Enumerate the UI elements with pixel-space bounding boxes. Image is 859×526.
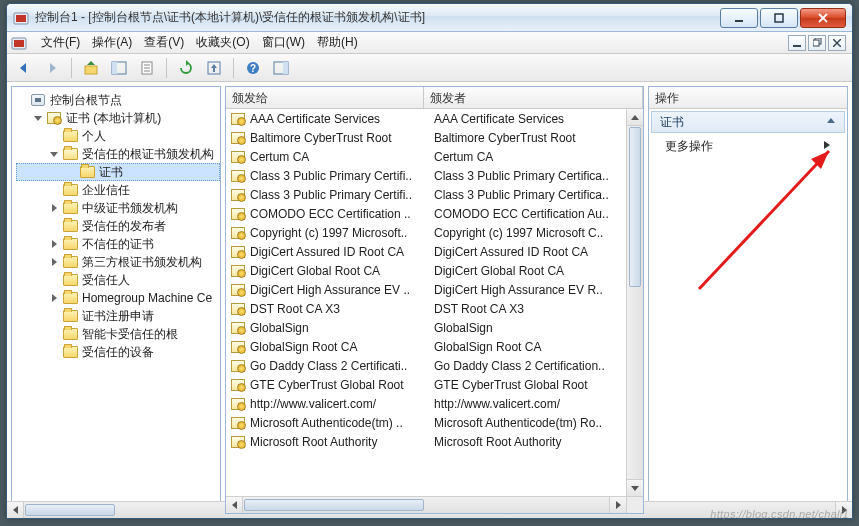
cert-icon bbox=[230, 283, 246, 297]
tree-node-6[interactable]: 第三方根证书颁发机构 bbox=[16, 253, 220, 271]
twisty-icon[interactable] bbox=[48, 202, 60, 214]
tree-node-4[interactable]: 受信任的发布者 bbox=[16, 217, 220, 235]
tree-h-scrollbar[interactable] bbox=[11, 501, 221, 514]
help-button[interactable]: ? bbox=[242, 57, 264, 79]
cell-issued-to: GTE CyberTrust Global Root bbox=[250, 378, 428, 392]
scroll-left-button[interactable] bbox=[11, 502, 24, 514]
window-title: 控制台1 - [控制台根节点\证书(本地计算机)\受信任的根证书颁发机构\证书] bbox=[35, 9, 718, 26]
table-row[interactable]: DigiCert Global Root CADigiCert Global R… bbox=[226, 261, 643, 280]
cell-issued-to: GlobalSign bbox=[250, 321, 428, 335]
up-level-button[interactable] bbox=[80, 57, 102, 79]
tree-node-0[interactable]: 个人 bbox=[16, 127, 220, 145]
tree-node-3[interactable]: 中级证书颁发机构 bbox=[16, 199, 220, 217]
minimize-button[interactable] bbox=[720, 8, 758, 28]
table-row[interactable]: AAA Certificate ServicesAAA Certificate … bbox=[226, 109, 643, 128]
table-row[interactable]: DST Root CA X3DST Root CA X3 bbox=[226, 299, 643, 318]
table-row[interactable]: Go Daddy Class 2 Certificati..Go Daddy C… bbox=[226, 356, 643, 375]
show-hide-action-button[interactable] bbox=[270, 57, 292, 79]
window-buttons bbox=[718, 8, 846, 28]
forward-button[interactable] bbox=[41, 57, 63, 79]
twisty-icon[interactable] bbox=[48, 292, 60, 304]
scroll-thumb[interactable] bbox=[25, 504, 115, 514]
table-row[interactable]: GTE CyberTrust Global RootGTE CyberTrust… bbox=[226, 375, 643, 394]
svg-rect-1 bbox=[16, 15, 26, 22]
node-label: 智能卡受信任的根 bbox=[82, 326, 178, 343]
close-button[interactable] bbox=[800, 8, 846, 28]
tree-node-7[interactable]: 受信任人 bbox=[16, 271, 220, 289]
scroll-up-button[interactable] bbox=[627, 109, 643, 126]
mdi-close-button[interactable] bbox=[828, 35, 846, 51]
cell-issued-to: DigiCert Global Root CA bbox=[250, 264, 428, 278]
titlebar[interactable]: 控制台1 - [控制台根节点\证书(本地计算机)\受信任的根证书颁发机构\证书] bbox=[7, 4, 852, 32]
twisty-icon[interactable] bbox=[48, 148, 60, 160]
list-v-scrollbar[interactable] bbox=[626, 109, 643, 496]
table-row[interactable]: http://www.valicert.com/http://www.valic… bbox=[226, 394, 643, 413]
svg-marker-16 bbox=[87, 61, 95, 65]
tree-node-11[interactable]: 受信任的设备 bbox=[16, 343, 220, 361]
table-row[interactable]: GlobalSign Root CAGlobalSign Root CA bbox=[226, 337, 643, 356]
tree-node-1-child[interactable]: 证书 bbox=[16, 163, 220, 181]
menu-favorites[interactable]: 收藏夹(O) bbox=[190, 32, 255, 53]
menu-window[interactable]: 窗口(W) bbox=[256, 32, 311, 53]
watermark: https://blog.csdn.net/chali1 bbox=[710, 508, 849, 520]
maximize-button[interactable] bbox=[760, 8, 798, 28]
table-row[interactable]: Microsoft Root AuthorityMicrosoft Root A… bbox=[226, 432, 643, 451]
column-issued-to[interactable]: 颁发给 bbox=[226, 87, 424, 108]
mdi-restore-button[interactable] bbox=[808, 35, 826, 51]
table-row[interactable]: Baltimore CyberTrust RootBaltimore Cyber… bbox=[226, 128, 643, 147]
show-hide-tree-button[interactable] bbox=[108, 57, 130, 79]
node-label: 受信任的根证书颁发机构 bbox=[82, 146, 214, 163]
tree-cert-root[interactable]: 证书 (本地计算机) bbox=[16, 109, 220, 127]
scroll-left-button[interactable] bbox=[226, 497, 243, 513]
table-row[interactable]: Class 3 Public Primary Certifi..Class 3 … bbox=[226, 185, 643, 204]
actions-body: 证书 更多操作 bbox=[649, 109, 847, 513]
cert-icon bbox=[230, 397, 246, 411]
scroll-right-button[interactable] bbox=[609, 497, 626, 513]
table-row[interactable]: DigiCert High Assurance EV ..DigiCert Hi… bbox=[226, 280, 643, 299]
twisty-icon[interactable] bbox=[32, 112, 44, 124]
console-tree[interactable]: 控制台根节点证书 (本地计算机)个人受信任的根证书颁发机构证书企业信任中级证书颁… bbox=[12, 87, 220, 513]
menu-view[interactable]: 查看(V) bbox=[138, 32, 190, 53]
table-row[interactable]: DigiCert Assured ID Root CADigiCert Assu… bbox=[226, 242, 643, 261]
table-row[interactable]: COMODO ECC Certification ..COMODO ECC Ce… bbox=[226, 204, 643, 223]
scroll-down-button[interactable] bbox=[627, 479, 643, 496]
tree-node-5[interactable]: 不信任的证书 bbox=[16, 235, 220, 253]
cert-icon bbox=[230, 226, 246, 240]
cell-issued-by: DigiCert Global Root CA bbox=[428, 264, 643, 278]
tree-node-8[interactable]: Homegroup Machine Ce bbox=[16, 289, 220, 307]
list-pane: 颁发给 颁发者 AAA Certificate ServicesAAA Cert… bbox=[225, 86, 644, 514]
twisty-icon[interactable] bbox=[48, 238, 60, 250]
svg-rect-7 bbox=[14, 40, 24, 47]
properties-button[interactable] bbox=[136, 57, 158, 79]
mdi-minimize-button[interactable] bbox=[788, 35, 806, 51]
scroll-thumb[interactable] bbox=[244, 499, 424, 511]
list-h-scrollbar[interactable] bbox=[226, 496, 626, 513]
column-issued-by[interactable]: 颁发者 bbox=[424, 87, 643, 108]
menu-action[interactable]: 操作(A) bbox=[86, 32, 138, 53]
list-rows[interactable]: AAA Certificate ServicesAAA Certificate … bbox=[226, 109, 643, 513]
table-row[interactable]: GlobalSignGlobalSign bbox=[226, 318, 643, 337]
tree-node-1[interactable]: 受信任的根证书颁发机构 bbox=[16, 145, 220, 163]
action-more[interactable]: 更多操作 bbox=[651, 135, 845, 157]
svg-rect-2 bbox=[735, 20, 743, 22]
table-row[interactable]: Class 3 Public Primary Certifi..Class 3 … bbox=[226, 166, 643, 185]
node-icon bbox=[62, 129, 78, 143]
back-button[interactable] bbox=[13, 57, 35, 79]
menu-help[interactable]: 帮助(H) bbox=[311, 32, 364, 53]
table-row[interactable]: Microsoft Authenticode(tm) ..Microsoft A… bbox=[226, 413, 643, 432]
table-row[interactable]: Certum CACertum CA bbox=[226, 147, 643, 166]
action-section-cert[interactable]: 证书 bbox=[651, 111, 845, 133]
table-row[interactable]: Copyright (c) 1997 Microsoft..Copyright … bbox=[226, 223, 643, 242]
scroll-thumb[interactable] bbox=[629, 127, 641, 287]
export-button[interactable] bbox=[203, 57, 225, 79]
twisty-icon[interactable] bbox=[48, 256, 60, 268]
cell-issued-by: Baltimore CyberTrust Root bbox=[428, 131, 643, 145]
svg-marker-23 bbox=[186, 60, 189, 66]
tree-root[interactable]: 控制台根节点 bbox=[16, 91, 220, 109]
tree-node-9[interactable]: 证书注册申请 bbox=[16, 307, 220, 325]
tree-node-10[interactable]: 智能卡受信任的根 bbox=[16, 325, 220, 343]
tree-node-2[interactable]: 企业信任 bbox=[16, 181, 220, 199]
node-icon bbox=[62, 237, 78, 251]
refresh-button[interactable] bbox=[175, 57, 197, 79]
menu-file[interactable]: 文件(F) bbox=[35, 32, 86, 53]
